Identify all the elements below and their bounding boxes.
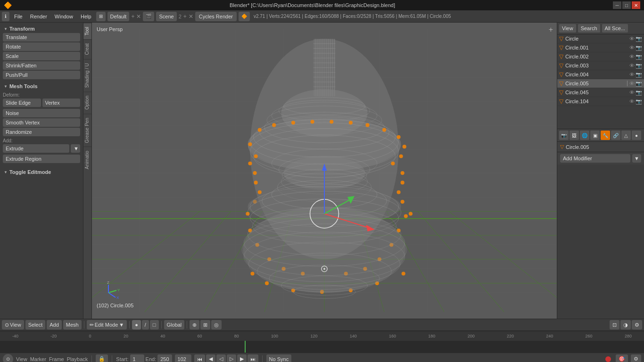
help-menu[interactable]: Help bbox=[78, 13, 94, 20]
render-props-icon[interactable]: 🖼 bbox=[570, 131, 579, 140]
transform-section-header[interactable]: ▼ Transform bbox=[3, 25, 80, 33]
scene-item-circle104[interactable]: ▽ Circle.104 👁 📷 bbox=[557, 97, 644, 106]
view-button[interactable]: View bbox=[559, 24, 576, 33]
slide-edge-button[interactable]: Slide Edge bbox=[3, 99, 41, 107]
lock-scene-button[interactable]: 🔒 bbox=[96, 354, 108, 362]
tab-tool[interactable]: Tool bbox=[83, 23, 92, 39]
start-frame-input[interactable]: 1 bbox=[130, 354, 144, 362]
render-icon-circle104[interactable]: 📷 bbox=[636, 99, 642, 105]
material-props-icon[interactable]: ● bbox=[632, 131, 641, 140]
render-icon-circle002[interactable]: 📷 bbox=[636, 54, 642, 60]
tab-animatio[interactable]: Animatio bbox=[83, 147, 92, 173]
tab-grease-pen[interactable]: Grease Pen bbox=[83, 114, 92, 147]
add-modifier-dropdown-icon[interactable]: ▼ bbox=[632, 154, 641, 163]
proportional-button[interactable]: ◎ bbox=[211, 320, 222, 329]
window-menu[interactable]: Window bbox=[52, 13, 76, 20]
scene-item-circle004[interactable]: ▽ Circle.004 👁 📷 bbox=[557, 70, 644, 79]
status-scene-icon[interactable]: ⊙ bbox=[3, 354, 13, 362]
render-icon-circle001[interactable]: 📷 bbox=[636, 45, 642, 51]
scene-item-circle[interactable]: ▽ Circle 👁 📷 bbox=[557, 34, 644, 43]
render-icon-circle045[interactable]: 📷 bbox=[636, 90, 642, 96]
mesh-menu-button[interactable]: Mesh bbox=[63, 320, 82, 329]
vertex-select-mode[interactable]: ● bbox=[132, 320, 141, 329]
viewport-shading-btn[interactable]: ◑ bbox=[620, 320, 631, 329]
visibility-icon-circle045[interactable]: 👁 bbox=[629, 90, 635, 95]
scene-props-icon[interactable]: 📷 bbox=[559, 131, 569, 140]
render-icon-circle004[interactable]: 📷 bbox=[636, 72, 642, 78]
workspace-icon[interactable]: ⊞ bbox=[96, 12, 106, 21]
visibility-icon-circle001[interactable]: 👁 bbox=[629, 45, 635, 50]
shrink-fatten-button[interactable]: Shrink/Fatten bbox=[3, 61, 80, 70]
scene-item-circle045[interactable]: ▽ Circle.045 👁 📷 bbox=[557, 88, 644, 97]
scene-item-circle001[interactable]: ▽ Circle.001 👁 📷 bbox=[557, 43, 644, 52]
jump-end-button[interactable]: ⏭ bbox=[248, 354, 258, 362]
visibility-icon-circle104[interactable]: 👁 bbox=[629, 99, 635, 104]
constraint-props-icon[interactable]: 🔗 bbox=[611, 131, 620, 140]
next-frame-button[interactable]: ▶ bbox=[237, 354, 247, 362]
toggle-editmode-header[interactable]: ▼ Toggle Editmode bbox=[3, 168, 80, 176]
visibility-icon-circle[interactable]: 👁 bbox=[629, 36, 635, 41]
all-scenes-button[interactable]: All Sce... bbox=[602, 24, 628, 33]
push-pull-button[interactable]: Push/Pull bbox=[3, 71, 80, 79]
noise-button[interactable]: Noise bbox=[3, 109, 80, 117]
randomize-button[interactable]: Randomize bbox=[3, 128, 80, 136]
face-select-mode[interactable]: □ bbox=[150, 320, 159, 329]
scene-item-circle005[interactable]: ▽ Circle.005 👁 📷 bbox=[557, 79, 644, 88]
workspace-default[interactable]: Default bbox=[107, 12, 130, 21]
record-button[interactable] bbox=[605, 356, 611, 362]
smooth-vertex-button[interactable]: Smooth Vertex bbox=[3, 118, 80, 127]
status-playback[interactable]: Playback bbox=[67, 356, 88, 362]
viewport-options-btn[interactable]: ⚙ bbox=[632, 320, 642, 329]
world-props-icon[interactable]: 🌐 bbox=[580, 131, 589, 140]
translate-button[interactable]: Translate bbox=[3, 33, 80, 41]
extrude-button[interactable]: Extrude bbox=[3, 144, 69, 153]
play-reverse-button[interactable]: ◁ bbox=[216, 354, 226, 362]
tab-shading[interactable]: Shading / U bbox=[83, 59, 92, 91]
render-icon-circle005[interactable]: 📷 bbox=[636, 81, 642, 87]
view-menu-button[interactable]: ⊙ View bbox=[2, 320, 24, 329]
modifier-props-icon[interactable]: 🔧 bbox=[601, 131, 610, 140]
close-button[interactable]: ✕ bbox=[632, 1, 640, 9]
scene-item-circle002[interactable]: ▽ Circle.002 👁 📷 bbox=[557, 52, 644, 61]
select-menu-button[interactable]: Select bbox=[25, 320, 46, 329]
viewport-maximize-icon[interactable]: + bbox=[549, 25, 553, 34]
status-marker[interactable]: Marker bbox=[30, 356, 46, 362]
scene-item-circle003[interactable]: ▽ Circle.003 👁 📷 bbox=[557, 61, 644, 70]
status-frame[interactable]: Frame bbox=[49, 356, 64, 362]
minimize-button[interactable]: ─ bbox=[613, 1, 621, 9]
scale-button[interactable]: Scale bbox=[3, 52, 80, 60]
global-transform-btn[interactable]: Global bbox=[164, 320, 185, 329]
maximize-button[interactable]: □ bbox=[622, 1, 631, 9]
snap-button[interactable]: ⊕ bbox=[190, 320, 199, 329]
status-view[interactable]: View bbox=[16, 356, 27, 362]
play-button[interactable]: ▷ bbox=[227, 354, 236, 362]
snap-settings-button[interactable]: ⊞ bbox=[200, 320, 210, 329]
mode-selector[interactable]: ✏ Edit Mode ▼ bbox=[87, 320, 127, 329]
keying-button[interactable]: 🎯 bbox=[616, 354, 628, 362]
extrude-region-button[interactable]: Extrude Region bbox=[3, 155, 80, 163]
edge-select-mode[interactable]: / bbox=[142, 320, 149, 329]
visibility-icon-circle004[interactable]: 👁 bbox=[629, 72, 635, 77]
search-button[interactable]: Search bbox=[578, 24, 600, 33]
render-icon-circle003[interactable]: 📷 bbox=[636, 63, 642, 69]
render-icon-circle[interactable]: 📷 bbox=[636, 36, 642, 42]
viewport-canvas[interactable] bbox=[92, 23, 557, 319]
add-menu-button[interactable]: Add bbox=[47, 320, 62, 329]
overlay-button[interactable]: ⊡ bbox=[610, 320, 619, 329]
render-menu[interactable]: Render bbox=[27, 13, 50, 20]
object-props-icon[interactable]: ▣ bbox=[590, 131, 600, 140]
visibility-icon-circle002[interactable]: 👁 bbox=[629, 54, 635, 59]
render-engine-selector[interactable]: Cycles Render bbox=[195, 12, 237, 21]
anim-playback-settings[interactable]: ⚙ bbox=[631, 354, 641, 362]
sync-mode-selector[interactable]: No Sync bbox=[266, 354, 292, 362]
tab-creat[interactable]: Creat bbox=[83, 39, 92, 58]
tab-option[interactable]: Option bbox=[83, 91, 92, 113]
viewport[interactable]: User Persp + bbox=[92, 23, 557, 319]
rotate-button[interactable]: Rotate bbox=[3, 42, 80, 51]
data-props-icon[interactable]: △ bbox=[621, 131, 631, 140]
scene-name[interactable]: Scene bbox=[156, 12, 176, 21]
end-frame-input[interactable]: 250 bbox=[157, 354, 172, 362]
scene-icon[interactable]: 🎬 bbox=[143, 12, 154, 21]
vertex-button[interactable]: Vertex bbox=[42, 99, 81, 107]
window-controls[interactable]: ─ □ ✕ bbox=[613, 1, 640, 9]
